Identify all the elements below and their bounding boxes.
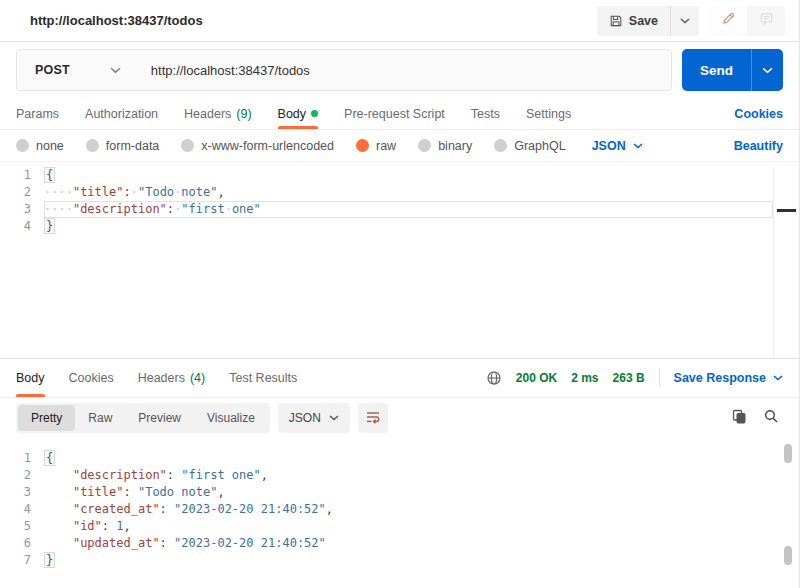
tab-body[interactable]: Body	[278, 98, 319, 129]
request-body-editor[interactable]: 1{2····"title":·"Todo·note",3····"descri…	[0, 162, 799, 358]
body-type-graphql[interactable]: GraphQL	[494, 139, 565, 153]
send-options-button[interactable]	[751, 49, 783, 91]
radio-icon	[418, 139, 431, 152]
line-content: "updated_at": "2023-02-20 21:40:52"	[44, 535, 799, 552]
body-type-options: noneform-datax-www-form-urlencodedrawbin…	[16, 139, 643, 153]
code-line: 2····"title":·"Todo·note",	[0, 184, 799, 201]
tab-tests[interactable]: Tests	[471, 98, 500, 129]
line-content: ····"description":·"first·one"	[44, 201, 773, 218]
body-type-row: noneform-datax-www-form-urlencodedrawbin…	[0, 130, 799, 162]
line-number: 2	[0, 184, 44, 201]
globe-icon	[486, 370, 502, 386]
line-number: 5	[0, 518, 44, 535]
method-select[interactable]: POST	[17, 50, 139, 90]
view-preview[interactable]: Preview	[125, 405, 194, 431]
code-line: 1{	[0, 167, 799, 184]
tab-authorization[interactable]: Authorization	[85, 98, 158, 129]
save-response-label: Save Response	[674, 371, 766, 385]
cookies-link[interactable]: Cookies	[734, 107, 783, 121]
body-type-form-data[interactable]: form-data	[86, 139, 160, 153]
view-raw[interactable]: Raw	[75, 405, 125, 431]
response-time[interactable]: 2 ms	[571, 371, 598, 385]
save-options-button[interactable]	[670, 6, 699, 36]
divider	[659, 369, 660, 387]
request-editor-scrollbar[interactable]	[773, 167, 799, 358]
save-icon	[609, 14, 623, 28]
tab-label: Body	[278, 107, 307, 121]
response-view-controls: PrettyRawPreviewVisualize JSON	[16, 403, 388, 433]
response-scrollbar[interactable]	[783, 438, 793, 588]
radio-label: none	[36, 139, 64, 153]
save-response-button[interactable]: Save Response	[674, 371, 783, 385]
comment-icon	[759, 11, 774, 30]
response-tabs: BodyCookiesHeaders(4)Test Results	[16, 359, 297, 397]
response-language-select[interactable]: JSON	[278, 403, 350, 433]
response-body-viewer: 1{2 "description": "first one",3 "title"…	[0, 438, 799, 588]
tab-test-results[interactable]: Test Results	[229, 359, 297, 397]
wrap-lines-button[interactable]	[358, 403, 388, 433]
radio-label: form-data	[106, 139, 160, 153]
scrollbar-thumb[interactable]	[784, 546, 792, 565]
send-button-group: Send	[682, 49, 783, 91]
body-type-binary[interactable]: binary	[418, 139, 472, 153]
body-language-value: JSON	[592, 139, 626, 153]
response-code-lines: 1{2 "description": "first one",3 "title"…	[0, 450, 799, 569]
line-number: 2	[0, 467, 44, 484]
edit-button[interactable]	[709, 6, 747, 36]
request-title-bar: http://localhost:38437/todos Save	[0, 0, 799, 42]
tab-cookies[interactable]: Cookies	[69, 359, 114, 397]
response-header: BodyCookiesHeaders(4)Test Results 200 OK…	[0, 358, 799, 398]
response-size[interactable]: 263 B	[613, 371, 645, 385]
code-line: 1{	[0, 450, 799, 467]
body-type-none[interactable]: none	[16, 139, 64, 153]
copy-button[interactable]	[731, 408, 747, 428]
status-badge[interactable]: 200 OK	[516, 371, 557, 385]
pencil-icon	[721, 11, 736, 30]
line-content: "created_at": "2023-02-20 21:40:52",	[44, 501, 799, 518]
scrollbar-thumb[interactable]	[784, 444, 792, 463]
tab-settings[interactable]: Settings	[526, 98, 571, 129]
send-button[interactable]: Send	[682, 49, 751, 91]
tab-label: Settings	[526, 107, 571, 121]
code-line: 6 "updated_at": "2023-02-20 21:40:52"	[0, 535, 799, 552]
response-language-value: JSON	[289, 411, 321, 425]
secondary-actions	[709, 6, 785, 36]
radio-icon	[181, 139, 194, 152]
view-pretty[interactable]: Pretty	[18, 405, 75, 431]
line-content: "description": "first one",	[44, 467, 799, 484]
url-input[interactable]: http://localhost:38437/todos	[139, 63, 671, 78]
tab-params[interactable]: Params	[16, 98, 59, 129]
tab-headers[interactable]: Headers(9)	[184, 98, 252, 129]
code-line: 7}	[0, 552, 799, 569]
body-type-x-www-form-urlencoded[interactable]: x-www-form-urlencoded	[181, 139, 334, 153]
search-icon[interactable]	[763, 408, 779, 428]
body-type-raw[interactable]: raw	[356, 139, 396, 153]
line-content: {	[44, 167, 799, 184]
code-line: 2 "description": "first one",	[0, 467, 799, 484]
tab-label: Headers	[184, 107, 231, 121]
radio-icon	[494, 139, 507, 152]
view-visualize[interactable]: Visualize	[194, 405, 268, 431]
chevron-down-icon	[329, 415, 339, 421]
tab-label: Params	[16, 107, 59, 121]
comments-button[interactable]	[747, 6, 785, 36]
tab-label: Pre-request Script	[344, 107, 445, 121]
tab-count-badge: (4)	[190, 371, 205, 385]
chevron-down-icon	[633, 143, 643, 149]
line-content: "id": 1,	[44, 518, 799, 535]
line-number: 7	[0, 552, 44, 569]
request-code-lines: 1{2····"title":·"Todo·note",3····"descri…	[0, 167, 799, 235]
line-content: {	[44, 450, 799, 467]
radio-label: x-www-form-urlencoded	[201, 139, 334, 153]
line-number: 3	[0, 484, 44, 501]
tab-pre-request-script[interactable]: Pre-request Script	[344, 98, 445, 129]
line-content: }	[44, 552, 799, 569]
method-value: POST	[35, 63, 70, 77]
body-language-select[interactable]: JSON	[592, 139, 643, 153]
tab-headers[interactable]: Headers(4)	[138, 359, 206, 397]
line-number: 6	[0, 535, 44, 552]
save-button[interactable]: Save	[597, 6, 670, 36]
tab-body[interactable]: Body	[16, 359, 45, 397]
beautify-link[interactable]: Beautify	[734, 139, 783, 153]
save-button-label: Save	[629, 14, 658, 28]
